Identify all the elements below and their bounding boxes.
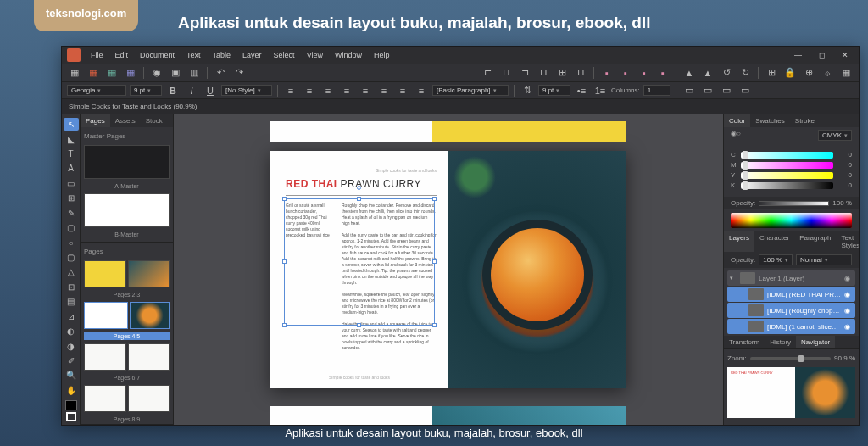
preview-icon[interactable]: ▣ <box>168 65 183 81</box>
layer-item[interactable]: [IDML] (1 carrot, sliced...◉ <box>727 319 855 334</box>
handle-tc[interactable] <box>357 197 361 201</box>
doc-setup-icon[interactable]: ▦ <box>67 65 82 81</box>
tab-assets[interactable]: Assets <box>110 114 141 127</box>
window-close-icon[interactable]: ✕ <box>837 49 854 61</box>
redo-icon[interactable]: ↷ <box>231 65 247 81</box>
menu-help[interactable]: Help <box>369 49 395 61</box>
align-center-text-icon[interactable]: ≡ <box>302 83 317 98</box>
vector-crop-tool-icon[interactable]: ⊿ <box>64 309 79 322</box>
navigator-thumb[interactable]: RED THAI PRAWN CURRY <box>727 367 855 418</box>
layer-visibility-icon[interactable]: ◉ <box>844 291 853 298</box>
handle-bc[interactable] <box>357 323 361 327</box>
master-b-thumb[interactable] <box>84 193 170 227</box>
window-minimize-icon[interactable]: — <box>789 49 807 61</box>
page-left[interactable]: Simple cooks for taste and looks RED THA… <box>270 151 448 388</box>
rounded-rect-tool-icon[interactable]: ▢ <box>64 251 79 264</box>
char-style-dropdown[interactable]: [No Style] <box>221 85 272 96</box>
tab-paragraph[interactable]: Paragraph <box>794 231 836 252</box>
page-3-thumb[interactable] <box>128 260 170 287</box>
align-left-text-icon[interactable]: ≡ <box>283 83 298 98</box>
align-justify-right-icon[interactable]: ≡ <box>395 83 410 98</box>
page-8-thumb[interactable] <box>84 385 126 412</box>
ellipse-tool-icon[interactable]: ○ <box>64 236 79 248</box>
arrange-front-icon[interactable]: ▪ <box>599 65 615 81</box>
layer-item[interactable]: [IDML] (RED THAI PRA...◉ <box>727 287 855 302</box>
node-tool-icon[interactable]: ◣ <box>64 132 79 145</box>
layer-opacity-dropdown[interactable]: 100 % <box>759 254 793 265</box>
link-icon[interactable]: ⟐ <box>820 65 835 81</box>
move-tool-icon[interactable]: ↖ <box>64 118 79 131</box>
align-left-icon[interactable]: ⊏ <box>480 65 495 81</box>
art-text-tool-icon[interactable]: A <box>64 162 79 175</box>
flip-h-icon[interactable]: ▲ <box>682 65 697 81</box>
preflight-icon[interactable]: ▦ <box>104 65 120 81</box>
menu-document[interactable]: Document <box>135 49 180 61</box>
text-frame-4-icon[interactable]: ▭ <box>737 83 753 98</box>
tab-text-styles[interactable]: Text Styles <box>837 231 860 252</box>
tab-swatches[interactable]: Swatches <box>750 114 790 127</box>
blend-mode-dropdown[interactable]: Normal <box>796 254 852 265</box>
color-mode-dropdown[interactable]: CMYK <box>818 130 852 141</box>
tab-history[interactable]: History <box>765 336 796 348</box>
menu-text[interactable]: Text <box>181 49 206 61</box>
tab-navigator[interactable]: Navigator <box>796 336 835 348</box>
page-6-thumb[interactable] <box>84 343 126 371</box>
arrange-forward-icon[interactable]: ▪ <box>618 65 633 81</box>
table-tool-icon[interactable]: ⊞ <box>64 192 79 204</box>
baseline-icon[interactable]: ▦ <box>123 65 138 81</box>
tab-stroke[interactable]: Stroke <box>790 114 820 127</box>
page-2-thumb[interactable] <box>84 260 126 287</box>
opacity-slider[interactable] <box>759 201 829 206</box>
number-list-icon[interactable]: 1≡ <box>593 83 608 98</box>
transparency-tool-icon[interactable]: ◑ <box>64 339 79 352</box>
zoom-slider[interactable] <box>750 357 831 360</box>
place-image-tool-icon[interactable]: ▤ <box>64 295 79 308</box>
fill-tool-icon[interactable]: ◐ <box>64 325 79 337</box>
color-spectrum[interactable] <box>731 213 852 228</box>
tab-transform[interactable]: Transform <box>724 336 765 348</box>
snapping-icon[interactable]: ⊞ <box>764 65 779 81</box>
layer-item[interactable]: ▾Layer 1 (Layer)◉ <box>727 270 855 286</box>
m-slider[interactable] <box>741 162 833 169</box>
handle-mr[interactable] <box>432 259 437 264</box>
window-maximize-icon[interactable]: ◻ <box>814 49 830 61</box>
menu-edit[interactable]: Edit <box>110 49 134 61</box>
page-7-thumb[interactable] <box>128 343 170 371</box>
menu-select[interactable]: Select <box>269 49 300 61</box>
lock-icon[interactable]: 🔒 <box>782 65 798 81</box>
color-picker-tool-icon[interactable]: ✐ <box>64 354 79 367</box>
triangle-tool-icon[interactable]: △ <box>64 265 79 278</box>
bold-icon[interactable]: B <box>165 83 181 98</box>
fill-stroke-toggle[interactable]: ◉○ <box>731 130 741 141</box>
c-slider[interactable] <box>741 152 833 159</box>
handle-tl[interactable] <box>282 197 287 201</box>
arrange-back-icon[interactable]: ▪ <box>655 65 670 81</box>
clip-canvas-icon[interactable]: ▥ <box>186 65 202 81</box>
page-right[interactable] <box>448 151 626 388</box>
rectangle-tool-icon[interactable]: ▢ <box>64 221 79 234</box>
selection-box[interactable] <box>284 198 435 326</box>
page-4-thumb[interactable] <box>84 302 128 329</box>
handle-br[interactable] <box>432 323 437 327</box>
menu-file[interactable]: File <box>86 49 108 61</box>
frame-text-tool-icon[interactable]: ▭ <box>64 177 79 190</box>
align-bottom-icon[interactable]: ⊔ <box>573 65 588 81</box>
tab-layers[interactable]: Layers <box>724 231 754 252</box>
hand-tool-icon[interactable]: ✋ <box>64 384 79 397</box>
bullet-list-icon[interactable]: •≡ <box>574 83 589 98</box>
layer-item[interactable]: [IDML] (Roughly chop t...◉ <box>727 303 855 318</box>
text-tool-icon[interactable]: T <box>64 148 79 160</box>
master-a-thumb[interactable] <box>84 145 170 179</box>
tab-pages[interactable]: Pages <box>81 114 110 127</box>
layer-visibility-icon[interactable]: ◉ <box>844 307 853 315</box>
text-frame-2-icon[interactable]: ▭ <box>700 83 715 98</box>
para-style-dropdown[interactable]: [Basic Paragraph] <box>432 85 509 96</box>
page-9-thumb[interactable] <box>128 385 170 412</box>
canvas[interactable]: Simple cooks for taste and looks RED THA… <box>174 114 723 425</box>
menu-view[interactable]: View <box>302 49 328 61</box>
y-slider[interactable] <box>741 172 833 179</box>
align-justify-left-icon[interactable]: ≡ <box>358 83 373 98</box>
align-right-text-icon[interactable]: ≡ <box>320 83 336 98</box>
page-5-thumb[interactable] <box>130 302 170 329</box>
document-tab[interactable]: Simple Cooks for Taste and Looks (90.9%) <box>62 99 859 114</box>
